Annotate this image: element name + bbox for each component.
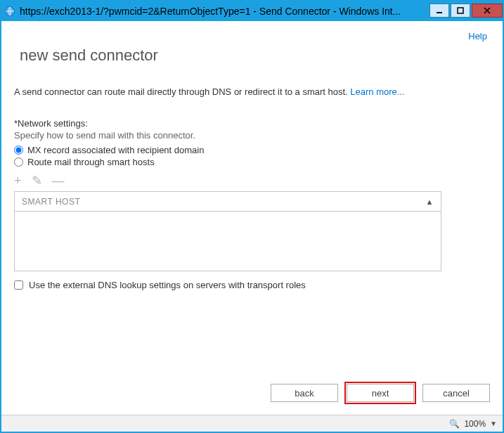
radio-smart-host[interactable]: Route mail through smart hosts [14, 157, 490, 167]
cancel-button[interactable]: cancel [422, 384, 490, 402]
help-link[interactable]: Help [468, 31, 487, 41]
maximize-button[interactable] [451, 4, 470, 18]
ie-icon [4, 6, 15, 17]
footer-buttons: back next cancel [1, 374, 503, 415]
next-button[interactable]: next [347, 384, 414, 402]
grid-header-label: SMART HOST [22, 197, 80, 207]
window-frame: https://exch2013-1/?pwmcid=2&ReturnObjec… [0, 0, 504, 433]
smart-host-grid: SMART HOST ▲ [14, 191, 441, 271]
intro-text: A send connector can route mail directly… [14, 86, 490, 98]
edit-icon[interactable]: ✎ [32, 174, 42, 187]
smart-host-toolbar: + ✎ — [14, 174, 490, 187]
radio-smart-label: Route mail through smart hosts [27, 157, 155, 167]
add-icon[interactable]: + [14, 174, 22, 187]
network-settings-label: *Network settings: [14, 118, 490, 129]
titlebar: https://exch2013-1/?pwmcid=2&ReturnObjec… [1, 1, 503, 21]
network-settings-sub: Specify how to send mail with this conne… [14, 130, 490, 141]
intro-body: A send connector can route mail directly… [14, 86, 350, 97]
page-title: new send connector [20, 46, 490, 65]
radio-smart-input[interactable] [14, 157, 23, 167]
window-title: https://exch2013-1/?pwmcid=2&ReturnObjec… [20, 6, 428, 17]
grid-header[interactable]: SMART HOST ▲ [15, 192, 441, 212]
content: Help new send connector A send connector… [1, 21, 503, 374]
zoom-dropdown-icon[interactable]: ▼ [490, 420, 497, 427]
zoom-icon[interactable]: 🔍 [449, 419, 460, 429]
radio-mx-label: MX record associated with recipient doma… [27, 145, 204, 155]
svg-rect-2 [458, 8, 463, 13]
window-controls [428, 4, 503, 19]
grid-body [15, 212, 441, 271]
external-dns-checkbox-row[interactable]: Use the external DNS lookup settings on … [14, 280, 490, 290]
close-button[interactable] [472, 4, 503, 18]
external-dns-checkbox[interactable] [14, 280, 23, 290]
learn-more-link[interactable]: Learn more... [350, 86, 404, 97]
back-button[interactable]: back [271, 384, 338, 402]
svg-rect-1 [437, 12, 442, 13]
content-outer: Help new send connector A send connector… [1, 21, 503, 432]
minimize-button[interactable] [429, 4, 449, 18]
remove-icon[interactable]: — [52, 174, 65, 187]
sort-arrow-icon[interactable]: ▲ [426, 198, 434, 206]
radio-mx-input[interactable] [14, 146, 23, 155]
zoom-value: 100% [464, 419, 486, 429]
status-bar: 🔍 100% ▼ [1, 415, 503, 432]
external-dns-label: Use the external DNS lookup settings on … [29, 280, 306, 290]
radio-mx-record[interactable]: MX record associated with recipient doma… [14, 145, 490, 155]
